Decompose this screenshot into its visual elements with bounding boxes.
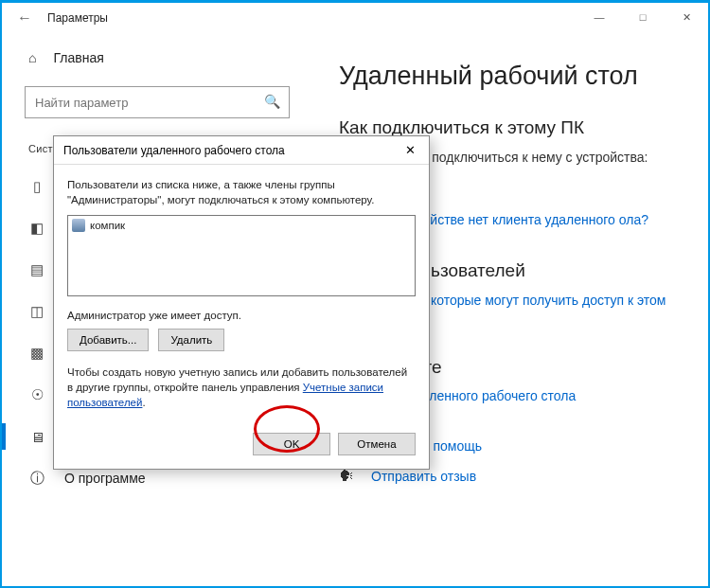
user-item[interactable]: компик xyxy=(70,218,413,233)
dialog-intro: Пользователи из списка ниже, а также чле… xyxy=(67,178,416,207)
feedback-link[interactable]: Отправить отзыв xyxy=(371,469,476,484)
user-name: компик xyxy=(90,220,125,231)
add-user-button[interactable]: Добавить... xyxy=(67,329,149,351)
info-icon: ⓘ xyxy=(28,470,45,487)
close-button[interactable]: ✕ xyxy=(665,3,708,31)
dialog-footer: OK Отмена xyxy=(54,421,429,469)
tablet-icon: ▤ xyxy=(28,261,45,278)
window-controls: — □ ✕ xyxy=(577,3,708,31)
page-title: Удаленный рабочий стол xyxy=(339,62,682,91)
create-account-text: Чтобы создать новую учетную запись или д… xyxy=(67,365,416,410)
cancel-button[interactable]: Отмена xyxy=(338,433,416,455)
maximize-button[interactable]: □ xyxy=(621,3,665,31)
multitask-icon: ◫ xyxy=(28,303,45,320)
user-listbox[interactable]: компик xyxy=(67,215,416,296)
window-title: Параметры xyxy=(47,11,108,25)
feedback-icon: 🗣 xyxy=(339,468,358,485)
search-icon: 🔍 xyxy=(264,94,280,109)
dialog-listbuttons: Добавить... Удалить xyxy=(67,329,416,351)
dialog-close-button[interactable]: ✕ xyxy=(397,139,423,162)
remove-user-button[interactable]: Удалить xyxy=(158,329,224,351)
sidebar-home[interactable]: ⌂ Главная xyxy=(2,43,312,73)
search-wrap: 🔍 xyxy=(25,86,290,118)
home-icon: ⌂ xyxy=(28,50,36,65)
back-button[interactable]: ← xyxy=(9,9,40,27)
devices-icon: ◧ xyxy=(28,220,45,237)
minimize-button[interactable]: — xyxy=(577,3,621,31)
dialog-title: Пользователи удаленного рабочего стола xyxy=(63,144,285,157)
display-icon: ▯ xyxy=(28,178,45,195)
dialog-titlebar: Пользователи удаленного рабочего стола ✕ xyxy=(54,136,429,165)
admin-note: Администратор уже имеет доступ. xyxy=(67,310,416,321)
user-icon xyxy=(72,219,85,232)
search-input[interactable] xyxy=(25,86,290,118)
dialog-body: Пользователи из списка ниже, а также чле… xyxy=(54,165,429,421)
remote-desktop-icon: 🖥 xyxy=(28,428,45,445)
ok-button[interactable]: OK xyxy=(253,433,330,455)
feedback-row: 🗣 Отправить отзыв xyxy=(339,468,682,485)
home-label: Главная xyxy=(53,50,103,65)
experience-icon: ☉ xyxy=(28,386,45,403)
remote-users-dialog: Пользователи удаленного рабочего стола ✕… xyxy=(53,135,430,470)
sidebar-item-label: О программе xyxy=(64,471,146,486)
projection-icon: ▩ xyxy=(28,345,45,362)
